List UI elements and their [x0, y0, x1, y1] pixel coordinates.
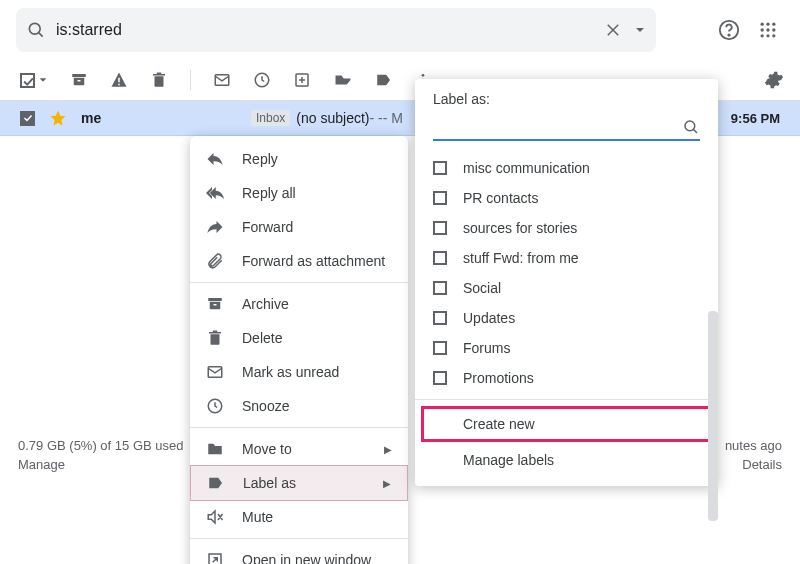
menu-label-as[interactable]: Label as▶ — [190, 465, 408, 501]
footer-left: 0.79 GB (5%) of 15 GB used Manage — [18, 438, 183, 476]
menu-reply-all[interactable]: Reply all — [190, 176, 408, 210]
menu-forward-attachment[interactable]: Forward as attachment — [190, 244, 408, 278]
svg-point-14 — [772, 34, 775, 37]
header-right-icons — [718, 19, 784, 41]
checkbox-icon[interactable] — [433, 281, 447, 295]
menu-delete-label: Delete — [242, 330, 282, 346]
label-option-text: sources for stories — [463, 220, 577, 236]
select-checkbox[interactable] — [20, 73, 48, 88]
label-option[interactable]: Updates — [415, 303, 718, 333]
help-icon[interactable] — [718, 19, 740, 41]
checkbox-icon[interactable] — [433, 371, 447, 385]
checkbox-icon[interactable] — [433, 311, 447, 325]
checkbox-icon[interactable] — [433, 191, 447, 205]
menu-mute-label: Mute — [242, 509, 273, 525]
menu-label-as-label: Label as — [243, 475, 296, 491]
trash-icon — [206, 329, 226, 347]
menu-delete[interactable]: Delete — [190, 321, 408, 355]
checkbox-icon[interactable] — [433, 221, 447, 235]
svg-point-9 — [761, 28, 764, 31]
svg-point-28 — [685, 121, 695, 131]
snooze-icon[interactable] — [253, 71, 271, 89]
svg-point-10 — [766, 28, 769, 31]
label-search-input[interactable] — [433, 119, 682, 135]
move-to-icon[interactable] — [333, 71, 353, 89]
clock-icon — [206, 397, 226, 415]
menu-forward[interactable]: Forward — [190, 210, 408, 244]
archive-icon[interactable] — [70, 71, 88, 89]
menu-reply-all-label: Reply all — [242, 185, 296, 201]
label-option-text: misc communication — [463, 160, 590, 176]
search-options-icon[interactable] — [634, 24, 646, 36]
attachment-icon — [206, 252, 226, 270]
menu-snooze-label: Snooze — [242, 398, 289, 414]
label-option-text: Promotions — [463, 370, 534, 386]
checkbox-icon[interactable] — [433, 161, 447, 175]
menu-snooze[interactable]: Snooze — [190, 389, 408, 423]
apps-icon[interactable] — [758, 20, 778, 40]
label-option[interactable]: misc communication — [415, 153, 718, 183]
report-spam-icon[interactable] — [110, 71, 128, 89]
menu-archive[interactable]: Archive — [190, 287, 408, 321]
mail-icon — [206, 363, 226, 381]
delete-icon[interactable] — [150, 71, 168, 89]
label-option-text: Social — [463, 280, 501, 296]
add-to-tasks-icon[interactable] — [293, 71, 311, 89]
label-option[interactable]: Social — [415, 273, 718, 303]
manage-link[interactable]: Manage — [18, 457, 183, 472]
mark-unread-icon[interactable] — [213, 71, 231, 89]
label-option-text: stuff Fwd: from me — [463, 250, 579, 266]
manage-labels[interactable]: Manage labels — [415, 442, 718, 478]
label-option[interactable]: Promotions — [415, 363, 718, 393]
menu-mute[interactable]: Mute — [190, 500, 408, 534]
email-snippet: - -- M — [370, 110, 403, 126]
svg-point-8 — [772, 23, 775, 26]
label-option[interactable]: sources for stories — [415, 213, 718, 243]
search-icon — [682, 118, 700, 136]
menu-move-to[interactable]: Move to▶ — [190, 432, 408, 466]
label-option[interactable]: Forums — [415, 333, 718, 363]
toolbar-separator — [190, 70, 191, 90]
email-time: 9:56 PM — [731, 111, 780, 126]
context-menu: Reply Reply all Forward Forward as attac… — [190, 136, 408, 564]
clear-search-icon[interactable] — [604, 21, 622, 39]
label-icon — [207, 474, 227, 492]
svg-point-5 — [728, 34, 729, 35]
svg-point-12 — [761, 34, 764, 37]
details-link[interactable]: Details — [725, 457, 782, 472]
label-search[interactable] — [433, 115, 700, 141]
activity-text: nutes ago — [725, 438, 782, 453]
label-option-text: PR contacts — [463, 190, 538, 206]
label-option-text: Forums — [463, 340, 510, 356]
search-input[interactable] — [56, 21, 596, 39]
reply-icon — [206, 150, 226, 168]
menu-mark-unread[interactable]: Mark as unread — [190, 355, 408, 389]
inbox-chip[interactable]: Inbox — [251, 110, 290, 126]
menu-open-new-window[interactable]: Open in new window — [190, 543, 408, 564]
scrollbar[interactable] — [708, 311, 718, 521]
menu-reply[interactable]: Reply — [190, 142, 408, 176]
star-icon[interactable] — [49, 109, 67, 127]
checkbox-icon[interactable] — [433, 251, 447, 265]
folder-icon — [206, 440, 226, 458]
menu-mark-unread-label: Mark as unread — [242, 364, 339, 380]
storage-text: 0.79 GB (5%) of 15 GB used — [18, 438, 183, 453]
search-bar-row — [0, 0, 800, 64]
menu-forward-label: Forward — [242, 219, 293, 235]
svg-point-21 — [422, 74, 425, 77]
search-box[interactable] — [16, 8, 656, 52]
row-checkbox[interactable] — [20, 111, 35, 126]
search-icon — [26, 20, 46, 40]
label-option[interactable]: PR contacts — [415, 183, 718, 213]
svg-point-6 — [761, 23, 764, 26]
svg-rect-24 — [208, 298, 222, 301]
menu-archive-label: Archive — [242, 296, 289, 312]
checkbox-icon[interactable] — [433, 341, 447, 355]
labels-icon[interactable] — [375, 71, 393, 89]
settings-icon[interactable] — [764, 70, 784, 90]
menu-divider — [190, 538, 408, 539]
menu-divider — [190, 282, 408, 283]
create-new-label[interactable]: Create new — [421, 406, 712, 442]
menu-forward-attachment-label: Forward as attachment — [242, 253, 385, 269]
label-option[interactable]: stuff Fwd: from me — [415, 243, 718, 273]
